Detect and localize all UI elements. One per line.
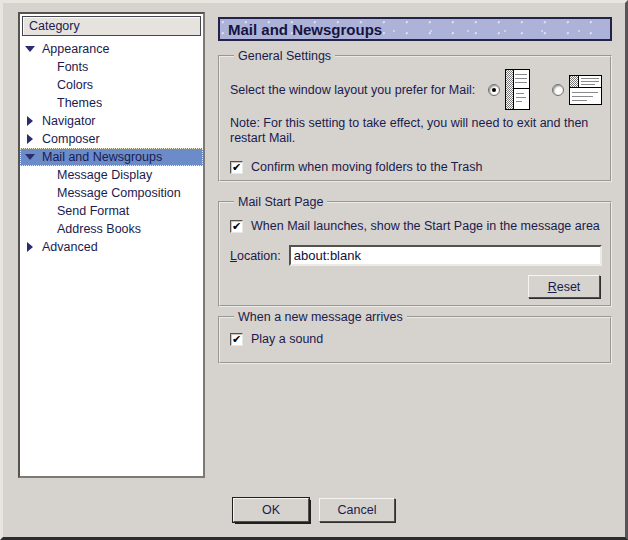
vertical-layout-icon[interactable] <box>505 69 530 110</box>
new-message-group: When a new message arrives ✔ Play a soun… <box>218 310 612 364</box>
reset-button[interactable]: Reset <box>528 275 600 298</box>
mail-layout-options <box>488 69 602 110</box>
new-message-title: When a new message arrives <box>234 310 407 324</box>
location-row: Location: <box>230 245 602 266</box>
confirm-trash-checkbox[interactable]: ✔ <box>230 161 243 174</box>
tree-item-colors[interactable]: Colors <box>20 76 203 94</box>
play-sound-label: Play a sound <box>251 332 323 346</box>
tree-item-label: Message Composition <box>57 186 181 200</box>
tree-item-address-books[interactable]: Address Books <box>20 220 203 238</box>
tree-item-label: Themes <box>57 96 102 110</box>
play-sound-row: ✔ Play a sound <box>230 332 602 346</box>
twisty-closed-icon[interactable] <box>24 242 36 252</box>
twisty-closed-icon[interactable] <box>24 134 36 144</box>
classic-layout-radio[interactable] <box>552 84 564 96</box>
location-input[interactable] <box>289 245 602 266</box>
confirm-trash-label: Confirm when moving folders to the Trash <box>251 160 482 174</box>
play-sound-checkbox[interactable]: ✔ <box>230 333 243 346</box>
mail-start-page-group: Mail Start Page ✔ When Mail launches, sh… <box>218 195 612 307</box>
tree-item-composer[interactable]: Composer <box>20 130 203 148</box>
tree-item-label: Message Display <box>57 168 152 182</box>
tree-item-send-format[interactable]: Send Format <box>20 202 203 220</box>
category-column-header[interactable]: Category <box>22 16 201 36</box>
twisty-closed-icon[interactable] <box>24 116 36 126</box>
show-start-page-checkbox[interactable]: ✔ <box>230 220 243 233</box>
tree-item-label: Colors <box>57 78 93 92</box>
reset-row: Reset <box>230 275 602 298</box>
vertical-layout-radio[interactable] <box>488 84 500 96</box>
preferences-dialog: Category Appearance Fonts Colors Themes … <box>0 0 628 540</box>
tree-item-label: Composer <box>42 132 100 146</box>
tree-item-label: Send Format <box>57 204 129 218</box>
tree-item-label: Mail and Newsgroups <box>42 150 162 164</box>
tree-item-label: Navigator <box>42 114 96 128</box>
confirm-trash-row: ✔ Confirm when moving folders to the Tra… <box>230 160 602 174</box>
dialog-button-row: OK Cancel <box>233 498 395 522</box>
category-tree: Appearance Fonts Colors Themes Navigator… <box>20 38 203 256</box>
classic-layout-icon[interactable] <box>569 75 602 105</box>
mail-start-page-title: Mail Start Page <box>234 195 327 209</box>
mail-layout-label: Select the window layout you prefer for … <box>230 83 488 97</box>
general-settings-title: General Settings <box>234 49 335 63</box>
tree-item-advanced[interactable]: Advanced <box>20 238 203 256</box>
tree-item-label: Appearance <box>42 42 109 56</box>
tree-item-message-display[interactable]: Message Display <box>20 166 203 184</box>
restart-note: Note: For this setting to take effect, y… <box>230 116 602 146</box>
pane-title: Mail and Newsgroups <box>228 21 382 38</box>
ok-button[interactable]: OK <box>233 498 309 522</box>
tree-item-appearance[interactable]: Appearance <box>20 40 203 58</box>
pane-header: Mail and Newsgroups <box>218 17 612 41</box>
tree-item-label: Advanced <box>42 240 98 254</box>
tree-item-label: Address Books <box>57 222 141 236</box>
location-label: Location: <box>230 249 281 263</box>
tree-item-navigator[interactable]: Navigator <box>20 112 203 130</box>
category-list: Category Appearance Fonts Colors Themes … <box>18 12 205 478</box>
mail-layout-row: Select the window layout you prefer for … <box>230 69 602 110</box>
general-settings-group: General Settings Select the window layou… <box>218 49 612 182</box>
tree-item-themes[interactable]: Themes <box>20 94 203 112</box>
twisty-open-icon[interactable] <box>24 154 36 160</box>
twisty-open-icon[interactable] <box>24 46 36 52</box>
tree-item-mail-and-newsgroups[interactable]: Mail and Newsgroups <box>20 148 203 166</box>
tree-item-message-composition[interactable]: Message Composition <box>20 184 203 202</box>
show-start-page-row: ✔ When Mail launches, show the Start Pag… <box>230 219 602 233</box>
show-start-page-label: When Mail launches, show the Start Page … <box>251 219 600 233</box>
tree-item-label: Fonts <box>57 60 88 74</box>
cancel-button[interactable]: Cancel <box>319 498 395 522</box>
tree-item-fonts[interactable]: Fonts <box>20 58 203 76</box>
